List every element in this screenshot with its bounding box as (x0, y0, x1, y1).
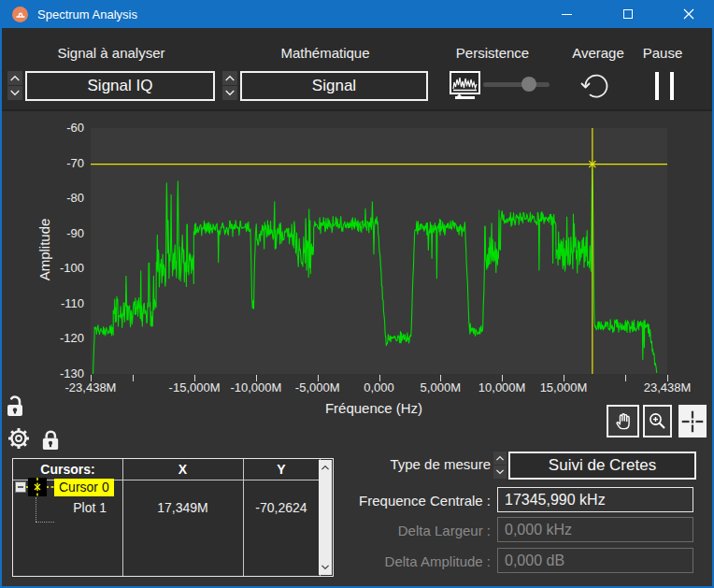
hand-icon (612, 410, 635, 433)
y-tick-label: -60 (45, 121, 84, 135)
crosshair-cursor-icon (680, 409, 705, 434)
lock-closed-icon[interactable] (40, 427, 62, 454)
scrollbar-down-button[interactable] (319, 561, 332, 574)
pan-tool-button[interactable] (607, 405, 639, 437)
delta-amplitude-label: Delta Amplitude : (341, 553, 491, 569)
chevron-down-icon (495, 468, 505, 476)
measure-type-selector[interactable]: Suivi de Cretes (508, 452, 696, 480)
spectrum-plot[interactable] (91, 128, 667, 374)
tree-line (36, 522, 54, 523)
cursor-x-value: 17,349M (122, 500, 243, 515)
plot-row-label[interactable]: Plot 1 (55, 500, 107, 515)
gear-icon[interactable] (4, 423, 34, 454)
x-axis-title: Fréquence (Hz) (271, 400, 477, 416)
y-tick-label: -100 (45, 261, 84, 275)
delta-amplitude-input[interactable]: 0,000 dB (497, 548, 693, 573)
zoom-in-icon (647, 410, 668, 432)
lock-open-icon[interactable] (5, 393, 27, 421)
x-tick-label: 23,438M (628, 380, 707, 394)
y-tick-label: -110 (45, 296, 84, 310)
cursor-table-header-y[interactable]: Y (243, 459, 320, 480)
y-tick-label: -130 (45, 366, 84, 380)
cursor-table[interactable]: Cursors: X Y Cursor 0 Plot 1 17,349M -70… (12, 458, 334, 577)
cursor-y-value: -70,2624 (243, 500, 320, 515)
measure-type-spinner[interactable] (493, 452, 507, 480)
x-tick-mark (133, 375, 134, 381)
cursor-table-header-x[interactable]: X (122, 459, 243, 480)
x-tick-mark (625, 375, 626, 381)
x-tick-label: 15,000M (524, 380, 603, 394)
scrollbar-up-button[interactable] (319, 461, 332, 474)
y-tick-label: -90 (45, 226, 84, 240)
chevron-up-icon (495, 454, 505, 462)
zoom-tool-button[interactable] (643, 405, 672, 437)
delta-width-label: Delta Largeur : (341, 523, 491, 538)
column-divider (243, 459, 244, 576)
table-scrollbar[interactable] (319, 460, 332, 575)
cursor-tool-button[interactable] (678, 405, 707, 437)
scrollbar-down-icon (321, 564, 330, 571)
measure-type-label: Type de mesure (341, 456, 491, 472)
app-window: Spectrum Analysis Signal à analyser Sign… (0, 0, 714, 588)
center-frequency-label: Frequence Centrale : (341, 493, 491, 509)
y-tick-label: -70 (45, 156, 84, 170)
scrollbar-up-icon (321, 464, 330, 471)
column-divider (122, 459, 123, 576)
center-frequency-input[interactable]: 17345,990 kHz (497, 487, 693, 512)
y-tick-label: -80 (45, 191, 84, 205)
cursor-row-label[interactable]: Cursor 0 (54, 479, 114, 496)
x-tick-label: -23,438M (51, 380, 130, 394)
y-tick-label: -120 (45, 331, 84, 345)
tree-line (36, 497, 36, 522)
delta-width-input[interactable]: 0,000 kHz (497, 517, 693, 542)
